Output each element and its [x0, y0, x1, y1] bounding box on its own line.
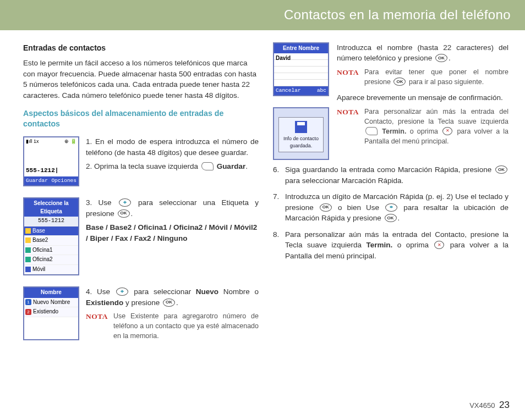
right-top-text: Introduzca el nombre (hasta 22 caractere… — [337, 42, 508, 160]
page-body: Entradas de contactos Esto le permite un… — [0, 30, 525, 358]
softkey-icon — [201, 162, 214, 170]
nav-arrow-icon — [385, 203, 397, 212]
ok-key-icon — [385, 214, 397, 222]
entername-title: Entre Nombre — [274, 43, 328, 54]
phone-screen-entername: Entre Nombre David Cancelar abc — [273, 42, 329, 96]
softkey-icon — [365, 127, 378, 135]
labels-list: 555-1212 Base Base2 Oficina1 Oficina2 Mó… — [24, 217, 78, 274]
phone-screen-labels: Seleccione la Etiqueta 555-1212 Base Bas… — [23, 197, 79, 275]
right-column: Entre Nombre David Cancelar abc Info de … — [273, 42, 508, 352]
ok-key-icon — [163, 299, 175, 307]
disk-icon — [295, 121, 307, 133]
subheading: Aspectos básicos del almacenamiento de e… — [23, 108, 259, 129]
step-6: 6. Siga guardando la entrada como Marcac… — [285, 164, 508, 186]
step-1: 1. En el modo de espera introduzca el nú… — [86, 136, 259, 158]
nombre-list: 1Nuevo Nombre 2Existiendo — [24, 298, 78, 317]
step-5: Introduzca el nombre (hasta 22 caractere… — [337, 42, 508, 64]
step-row-3: Seleccione la Etiqueta 555-1212 Base Bas… — [23, 197, 259, 281]
step-3: 3. Use para seleccionar una Etiqueta y p… — [86, 197, 259, 219]
entername-softkeys: Cancelar abc — [274, 86, 328, 95]
nombre-title: Nombre — [24, 288, 78, 298]
end-key-icon — [442, 127, 452, 135]
nota-3: NOTA Para personalizar aún más la entrad… — [337, 107, 508, 147]
left-column: Entradas de contactos Esto le permite un… — [23, 42, 259, 352]
entername-body: David — [274, 53, 328, 86]
ok-key-icon — [393, 78, 406, 86]
confirm-text: Aparece brevemente un mensaje de confirm… — [337, 92, 508, 103]
step-7: 7. Introduzca un dígito de Marcación Ráp… — [285, 191, 508, 224]
step-8: 8. Para personalizar aún más la entrada … — [285, 229, 508, 262]
ok-key-icon — [320, 203, 332, 212]
steps-6-8: 6. Siga guardando la entrada como Marcac… — [273, 164, 508, 262]
nota-text: Para personalizar aún más la entrada del… — [364, 107, 508, 147]
phone-body-number: 555-1212| — [24, 146, 78, 176]
nota-1: NOTA Use Existente para agregarotro núme… — [86, 311, 259, 341]
page-number: 23 — [499, 400, 510, 410]
labels-bold-line: Base / Base2 / Oficina1 / Oficina2 / Móv… — [86, 222, 259, 244]
steps-1-2: 1. En el modo de espera introduzca el nú… — [86, 136, 259, 175]
page-title: Contactos en la memoria del teléfono — [284, 7, 511, 22]
saved-popup: Info de contacto guardada. — [278, 117, 324, 152]
nota-label: NOTA — [86, 311, 108, 341]
phone-screen-saved: Info de contacto guardada. — [273, 107, 329, 160]
intro-para: Esto le permite un fácil acceso a los nú… — [23, 58, 259, 101]
phone-softkeys: Guardar Opciones — [24, 176, 78, 185]
phone-screen-nombre: Nombre 1Nuevo Nombre 2Existiendo — [23, 286, 79, 340]
step-row-4: Nombre 1Nuevo Nombre 2Existiendo 4. Use … — [23, 286, 259, 347]
ok-key-icon — [118, 209, 130, 218]
phone-statusbar: ▮ıll 1x ⊕ 🔋 — [24, 137, 78, 146]
step-3-block: 3. Use para seleccionar una Etiqueta y p… — [86, 197, 259, 247]
page-header: Contactos en la memoria del teléfono — [0, 0, 525, 30]
nota-text: Use Existente para agregarotro número de… — [113, 311, 259, 341]
ok-key-icon — [435, 54, 447, 62]
step-4: 4. Use para seleccionar Nuevo Nombre o E… — [86, 286, 259, 308]
right-screens-stack: Entre Nombre David Cancelar abc Info de … — [273, 42, 329, 160]
step-2: 2. Oprima la tecla suave izquierda Guard… — [86, 161, 259, 172]
section-heading: Entradas de contactos — [23, 42, 259, 53]
end-key-icon — [434, 241, 444, 249]
page-footer: VX4650 23 — [469, 399, 510, 412]
step-row-1-2: ▮ıll 1x ⊕ 🔋 555-1212| Guardar Opciones 1… — [23, 136, 259, 192]
nota-text: Para evitar tener que poner el nombre pr… — [364, 67, 508, 87]
nota-label: NOTA — [337, 67, 359, 87]
nota-label: NOTA — [337, 107, 359, 147]
nav-arrow-icon — [116, 288, 128, 296]
ok-key-icon — [495, 165, 507, 174]
nav-arrow-icon — [119, 198, 131, 207]
labels-title: Seleccione la Etiqueta — [24, 198, 78, 217]
step-4-block: 4. Use para seleccionar Nuevo Nombre o E… — [86, 286, 259, 347]
phone-screen-dial: ▮ıll 1x ⊕ 🔋 555-1212| Guardar Opciones — [23, 136, 79, 186]
right-top-row: Entre Nombre David Cancelar abc Info de … — [273, 42, 508, 160]
nota-2: NOTA Para evitar tener que poner el nomb… — [337, 67, 508, 87]
model-label: VX4650 — [469, 401, 495, 410]
